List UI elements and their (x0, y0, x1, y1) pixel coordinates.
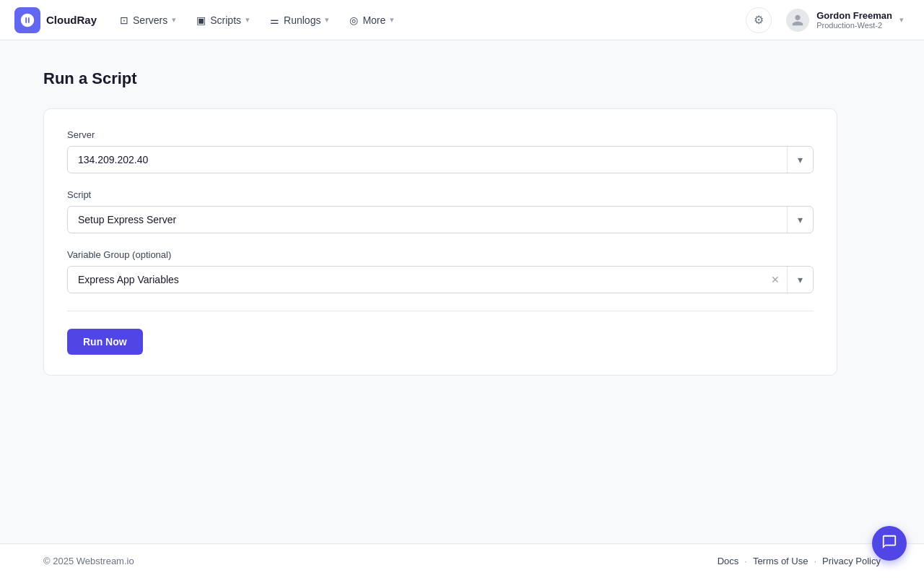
chevron-down-icon: ▾ (245, 15, 250, 25)
variable-group-value: Express App Variables (68, 267, 764, 293)
main-content: Run a Script Server 134.209.202.40 ▾ Scr… (0, 40, 924, 543)
variable-group-label: Variable Group (optional) (67, 249, 814, 260)
script-select-value: Setup Express Server (68, 207, 787, 233)
user-org: Production-West-2 (816, 21, 892, 30)
user-name: Gordon Freeman (816, 10, 892, 21)
logo-icon (14, 7, 40, 33)
chevron-down-icon: ▾ (390, 15, 394, 25)
page-title: Run a Script (43, 69, 881, 88)
clear-icon[interactable]: ✕ (764, 274, 787, 285)
nav-items: ⊡ Servers ▾ ▣ Scripts ▾ ⚌ Runlogs ▾ ◎ Mo… (111, 10, 403, 30)
chat-button[interactable] (872, 526, 907, 561)
run-script-card: Server 134.209.202.40 ▾ Script Setup Exp… (43, 108, 837, 376)
footer-privacy-link[interactable]: Privacy Policy (822, 556, 881, 566)
run-now-button[interactable]: Run Now (67, 329, 143, 355)
gear-icon: ⚙ (754, 13, 764, 27)
server-chevron-icon[interactable]: ▾ (788, 154, 813, 165)
server-form-group: Server 134.209.202.40 ▾ (67, 129, 814, 173)
variable-group-form-group: Variable Group (optional) Express App Va… (67, 249, 814, 293)
nav-scripts[interactable]: ▣ Scripts ▾ (188, 10, 258, 30)
variable-group-select[interactable]: Express App Variables ✕ ▾ (67, 266, 814, 293)
user-menu[interactable]: Gordon Freeman Production-West-2 ▾ (780, 6, 910, 35)
logo[interactable]: CloudRay (14, 7, 97, 33)
script-form-group: Script Setup Express Server ▾ (67, 189, 814, 233)
script-select[interactable]: Setup Express Server ▾ (67, 206, 814, 233)
chat-icon (881, 534, 897, 553)
footer-copyright: © 2025 Webstream.io (43, 556, 134, 566)
nav-more[interactable]: ◎ More ▾ (341, 10, 403, 30)
chevron-down-icon: ▾ (172, 15, 176, 25)
user-info: Gordon Freeman Production-West-2 (816, 10, 892, 30)
server-icon: ⊡ (120, 14, 128, 26)
script-chevron-icon[interactable]: ▾ (788, 214, 813, 225)
navbar-left: CloudRay ⊡ Servers ▾ ▣ Scripts ▾ ⚌ Runlo… (14, 7, 403, 33)
chevron-down-icon: ▾ (325, 15, 329, 25)
footer-dot-2: · (814, 556, 816, 566)
footer-terms-link[interactable]: Terms of Use (753, 556, 808, 566)
nav-runlogs[interactable]: ⚌ Runlogs ▾ (261, 10, 338, 30)
settings-button[interactable]: ⚙ (746, 7, 772, 33)
server-select-value: 134.209.202.40 (68, 147, 787, 173)
navbar-right: ⚙ Gordon Freeman Production-West-2 ▾ (746, 6, 910, 35)
footer-links: Docs · Terms of Use · Privacy Policy (718, 556, 881, 566)
nav-servers[interactable]: ⊡ Servers ▾ (111, 10, 185, 30)
variable-group-chevron-icon[interactable]: ▾ (788, 274, 813, 285)
scripts-icon: ▣ (196, 14, 206, 26)
runlogs-icon: ⚌ (270, 14, 279, 26)
footer: © 2025 Webstream.io Docs · Terms of Use … (0, 543, 924, 578)
footer-dot-1: · (744, 556, 747, 566)
server-select[interactable]: 134.209.202.40 ▾ (67, 146, 814, 173)
script-label: Script (67, 189, 814, 200)
more-icon: ◎ (349, 14, 358, 26)
form-divider (67, 311, 814, 311)
server-label: Server (67, 129, 814, 140)
user-chevron-icon: ▾ (899, 15, 904, 25)
footer-docs-link[interactable]: Docs (718, 556, 739, 566)
brand-name: CloudRay (46, 14, 97, 26)
avatar (786, 9, 809, 32)
navbar: CloudRay ⊡ Servers ▾ ▣ Scripts ▾ ⚌ Runlo… (0, 0, 924, 40)
